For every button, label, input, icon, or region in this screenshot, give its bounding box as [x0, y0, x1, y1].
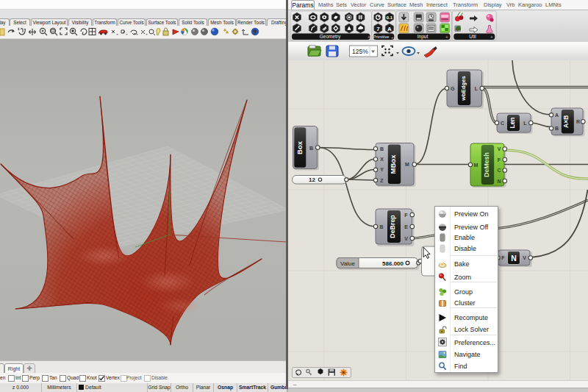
svg-text:V: V [404, 236, 408, 241]
svg-text:Input: Input [417, 34, 429, 40]
svg-text:A: A [387, 26, 392, 32]
svg-text:DeBrep: DeBrep [389, 215, 396, 238]
svg-text:A×B: A×B [562, 115, 570, 128]
svg-text:C: C [501, 121, 504, 126]
svg-text:C: C [497, 168, 501, 173]
svg-text:R: R [576, 119, 580, 124]
svg-text:L: L [523, 121, 527, 126]
svg-text:F: F [501, 255, 505, 260]
svg-text:B: B [380, 146, 384, 152]
svg-text:125%: 125% [352, 48, 368, 55]
svg-text:Util: Util [469, 34, 476, 39]
svg-text:Len: Len [509, 117, 516, 128]
svg-text:B: B [555, 126, 559, 131]
svg-text:12: 12 [309, 177, 315, 183]
svg-text:N: N [497, 179, 501, 184]
svg-text:0.1: 0.1 [387, 15, 393, 20]
svg-text:X: X [380, 157, 384, 162]
svg-text:F: F [498, 157, 501, 163]
svg-text:E: E [404, 224, 408, 229]
svg-text:586.000: 586.000 [382, 260, 404, 267]
svg-text:Box: Box [295, 140, 304, 154]
svg-text:M: M [474, 163, 478, 168]
svg-text:F: F [404, 213, 408, 218]
svg-text:M: M [405, 162, 409, 167]
svg-text:V: V [498, 146, 501, 152]
svg-text:B: B [379, 224, 383, 229]
svg-text:Primitive: Primitive [373, 35, 389, 39]
svg-text:Value: Value [340, 260, 355, 267]
svg-text:Z: Z [380, 178, 384, 183]
svg-text:Y: Y [380, 167, 384, 172]
svg-text:+: + [490, 35, 493, 40]
svg-text:?: ? [254, 29, 257, 35]
svg-text:A: A [555, 113, 559, 118]
svg-text:G: G [451, 86, 455, 91]
svg-text:DeMesh: DeMesh [483, 152, 490, 177]
svg-text:wbEdges: wbEdges [460, 76, 467, 101]
svg-text:V: V [523, 255, 526, 260]
svg-text:N: N [511, 254, 517, 263]
svg-text:Geometry: Geometry [320, 34, 341, 40]
svg-text:L: L [475, 86, 478, 91]
svg-text:B: B [309, 146, 313, 151]
svg-text:7: 7 [376, 26, 380, 32]
svg-text:+: + [391, 35, 394, 40]
svg-text:MBox: MBox [389, 154, 397, 174]
svg-text:+: + [445, 35, 448, 40]
svg-text:+: + [368, 35, 370, 40]
